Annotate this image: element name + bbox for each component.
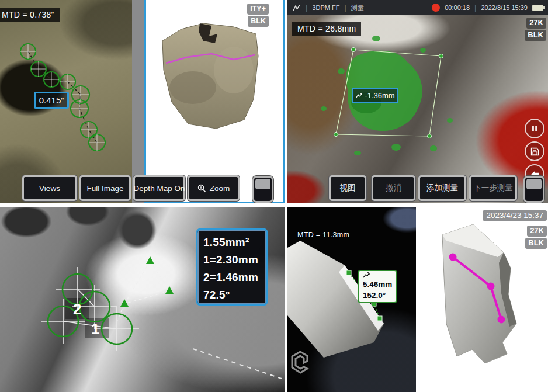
measurement-value-box[interactable]: 0.415” xyxy=(34,92,69,109)
image-mode-badges: ITY+ BLK xyxy=(247,4,269,27)
length-row: 5.46mm xyxy=(363,272,392,290)
badge-27k: 27K xyxy=(527,226,547,237)
area-result: 1.55mm² xyxy=(203,234,266,251)
toggle-upper-half xyxy=(526,179,542,189)
divider: | xyxy=(306,4,307,12)
point-cloud-view[interactable]: ITY+ BLK xyxy=(144,0,285,203)
datetime-badge: 2023/4/23 15:37 xyxy=(483,210,547,221)
image-mode-badges: 2023/4/23 15:37 27K BLK xyxy=(483,210,547,249)
divider: | xyxy=(474,4,476,12)
mtd-label: MTD = 11.3mm xyxy=(292,229,355,241)
mtd-label: MTD = 0.738” xyxy=(0,8,60,22)
joystick-toggle[interactable] xyxy=(523,176,544,203)
depth-map-label: Depth Map On xyxy=(134,184,185,193)
length1-result: 1=2.30mm xyxy=(203,251,266,269)
image-mode-badges: 27K BLK xyxy=(525,18,546,41)
fragment-highlight xyxy=(214,47,254,93)
badge-quality: ITY+ xyxy=(247,4,269,15)
mtd-text: MTD = 26.8mm xyxy=(297,24,356,33)
menu-label[interactable]: 测量 xyxy=(351,4,364,12)
point-cloud-render xyxy=(146,0,283,200)
mtd-text: MTD = 0.738” xyxy=(2,10,54,19)
depth-profile-icon xyxy=(355,92,363,99)
full-image-label: Full Image xyxy=(86,184,123,193)
depth-value-box[interactable]: -1.36mm xyxy=(352,88,398,103)
undo-label: 撤消 xyxy=(386,183,401,193)
views-label: Views xyxy=(39,184,60,193)
toggle-upper-half xyxy=(255,179,270,189)
fragment-shading xyxy=(169,71,216,104)
views-label: 视图 xyxy=(340,183,356,193)
cursor-label-2: 2 xyxy=(73,300,81,318)
badge-blk: BLK xyxy=(525,238,547,249)
mode-label[interactable]: 3DPM FF xyxy=(312,4,339,11)
brand-logo-icon xyxy=(292,4,301,12)
panel-stereo-measure-inch: MTD = 0.738” 0.415” ITY+ xyxy=(0,0,285,203)
undo-button[interactable]: 撤消 xyxy=(372,175,415,201)
next-measurement-label: 下一步测量 xyxy=(473,183,513,193)
views-button[interactable]: 视图 xyxy=(329,175,366,201)
panel-length-angle-measure: MTD = 11.3mm 5.46mm 152.0° xyxy=(287,207,548,392)
joystick-toggle[interactable] xyxy=(252,176,273,203)
area-measure-triangles[interactable] xyxy=(120,256,174,307)
panel-3dpm-measure-metric: | 3DPM FF | 测量 00:00:18 | 2022/8/15 15:3… xyxy=(287,0,548,203)
measurement-value: 0.415” xyxy=(39,95,64,105)
cursor-label-1: 1 xyxy=(91,320,99,338)
save-button[interactable] xyxy=(525,141,544,161)
depth-value: -1.36mm xyxy=(365,91,394,100)
add-measurement-label: 添加测量 xyxy=(426,183,458,193)
angle-value: 152.0° xyxy=(363,290,392,301)
zoom-button[interactable]: Zoom xyxy=(188,175,240,201)
length-value: 5.46mm xyxy=(363,280,392,289)
cube-logo-icon xyxy=(292,352,307,373)
badge-27k: 27K xyxy=(526,18,546,29)
record-time: 00:00:18 xyxy=(445,4,470,11)
point-cloud-view[interactable]: 2023/4/23 15:37 27K BLK xyxy=(416,207,548,392)
magnifier-icon xyxy=(197,184,206,193)
pause-icon xyxy=(531,125,538,132)
next-measurement-button[interactable]: 下一步测量 xyxy=(469,175,517,201)
depth-map-button[interactable]: Depth Map On xyxy=(133,175,185,201)
divider: | xyxy=(344,4,346,12)
panel-divider-gutter xyxy=(132,0,144,203)
add-measurement-button[interactable]: 添加测量 xyxy=(418,175,466,201)
badge-blk: BLK xyxy=(525,30,546,41)
length-angle-icon xyxy=(363,272,370,279)
mtd-label: MTD = 26.8mm xyxy=(292,22,361,36)
length-angle-value-box[interactable]: 5.46mm 152.0° xyxy=(358,270,397,303)
full-image-button[interactable]: Full Image xyxy=(79,175,131,201)
angle-result: 72.5° xyxy=(203,286,266,304)
area-dashed-lines xyxy=(117,261,169,321)
measurement-screens-collage: MTD = 0.738” 0.415” ITY+ xyxy=(0,0,548,392)
edge-dashed-line xyxy=(193,349,285,380)
badge-blk: BLK xyxy=(248,16,269,27)
save-icon xyxy=(530,147,539,156)
views-button[interactable]: Views xyxy=(22,175,77,201)
pause-button[interactable] xyxy=(525,119,544,138)
panel-area-angle-measure: 2 1 1.55mm² 1=2.30mm 2=1.46mm 72.5° xyxy=(0,207,285,392)
measurement-results-box[interactable]: 1.55mm² 1=2.30mm 2=1.46mm 72.5° xyxy=(196,228,268,306)
datetime: 2022/8/15 15:39 xyxy=(481,4,528,11)
mtd-text: MTD = 11.3mm xyxy=(297,231,349,239)
status-bar: | 3DPM FF | 测量 00:00:18 | 2022/8/15 15:3… xyxy=(287,0,548,15)
length2-result: 2=1.46mm xyxy=(203,269,266,286)
battery-icon xyxy=(532,5,543,11)
record-dot-icon[interactable] xyxy=(432,4,440,12)
zoom-label: Zoom xyxy=(210,184,230,193)
